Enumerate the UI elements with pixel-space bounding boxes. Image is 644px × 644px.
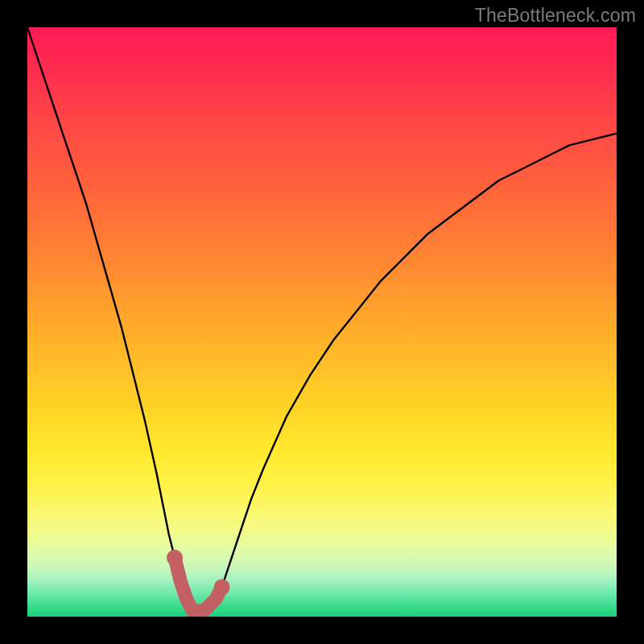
valley-highlight-endcap [167, 550, 183, 566]
outer-frame: TheBottleneck.com [0, 0, 644, 644]
watermark-text: TheBottleneck.com [475, 5, 636, 27]
plot-area [27, 27, 617, 617]
bottleneck-curve [27, 27, 617, 611]
bottleneck-chart [27, 27, 617, 617]
valley-highlight-endcap [214, 579, 230, 595]
